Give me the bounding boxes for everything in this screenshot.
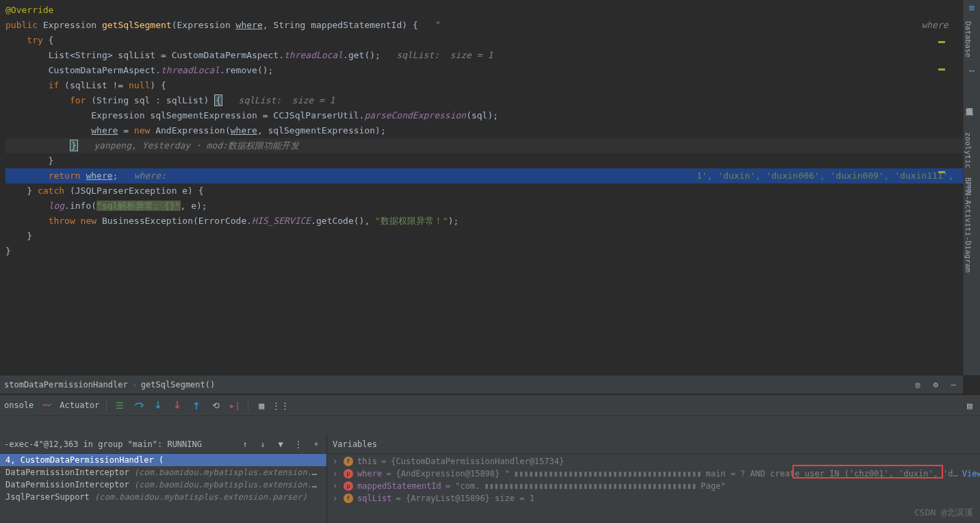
rail-database[interactable]: Database — [964, 15, 972, 63]
trace-icon[interactable]: ⋮⋮ — [274, 399, 287, 411]
layout-icon[interactable]: ▤ — [964, 399, 976, 411]
variables-pane: Variables ›fthis = {CustomDataPermission… — [327, 435, 980, 523]
gutter-warning-marker[interactable] — [938, 171, 945, 173]
rail-bpmn[interactable]: BPMN-Activiti-Diagram — [964, 174, 972, 277]
threads-icon[interactable]: ☰ — [114, 399, 126, 411]
variable-row[interactable]: ›fthis = {CustomDataPermissionHandler@15… — [327, 455, 980, 468]
minimize-icon[interactable]: — — [948, 379, 959, 390]
gear-icon[interactable]: ⚙ — [930, 379, 941, 390]
chevron-right-icon: › — [132, 380, 137, 390]
run-to-cursor-icon[interactable]: ▸| — [229, 399, 241, 411]
step-into-icon[interactable] — [152, 399, 164, 411]
variable-row[interactable]: ›pwhere = {AndExpression@15898} "▮▮▮▮▮▮▮… — [327, 468, 980, 480]
stack-frame[interactable]: JsqlParserSupport (com.baomidou.mybatisp… — [0, 491, 326, 503]
force-step-into-icon[interactable] — [171, 399, 183, 411]
debug-toolwindow-header: onsole 〰 Actuator ☰ ⟲ ▸| ▦ ⋮⋮ ▤ — [0, 394, 980, 435]
more-icon[interactable]: ⋮ — [292, 438, 305, 450]
link-icon[interactable]: ⟷ — [964, 63, 980, 78]
frames-list[interactable]: 4, CustomDataPermissionHandler ( DataPer… — [0, 454, 326, 523]
evaluate-icon[interactable]: ▦ — [255, 399, 268, 411]
variable-row[interactable]: ›fsqlList = {ArrayList@15896} size = 1 — [327, 492, 980, 505]
next-frame-icon[interactable]: ↓ — [257, 438, 269, 450]
step-over-icon[interactable] — [133, 399, 145, 411]
code-editor[interactable]: @Override public Expression getSqlSegmen… — [0, 0, 963, 375]
breadcrumb-bar: stomDataPermissionHandler › getSqlSegmen… — [0, 375, 963, 394]
stack-frame[interactable]: DataPermissionInterceptor (com.baomidou.… — [0, 479, 326, 491]
debug-panel: -exec-4"@12,363 in group "main": RUNNING… — [0, 435, 980, 523]
stack-frame[interactable]: 4, CustomDataPermissionHandler ( — [0, 454, 326, 466]
variables-tree[interactable]: ›fthis = {CustomDataPermissionHandler@15… — [327, 454, 980, 523]
actuator-icon[interactable]: 〰 — [40, 399, 53, 411]
git-blame-inline: yanpeng, Yesterday · mod:数据权限功能开发 — [94, 140, 299, 151]
stack-frame[interactable]: DataPermissionInterceptor (com.baomidou.… — [0, 466, 326, 479]
database-icon[interactable]: ≡ — [964, 0, 980, 15]
step-out-icon[interactable] — [190, 399, 203, 411]
execution-line: return where; where: 1', 'duxin', 'duxin… — [5, 168, 963, 183]
rail-observer[interactable]: 应用观测器 — [964, 78, 974, 126]
gutter-warning-marker[interactable] — [938, 41, 945, 43]
breadcrumb-method[interactable]: getSqlSegment() — [141, 380, 215, 390]
right-tool-rail: ≡ Database ⟷ 应用观测器 zoolytic BPMN-Activit… — [963, 0, 980, 375]
variable-row[interactable]: ›pmappedStatementId = "com.▮▮▮▮▮▮▮▮▮▮▮▮▮… — [327, 480, 980, 492]
thread-selector[interactable]: -exec-4"@12,363 in group "main": RUNNING — [4, 439, 202, 449]
watermark: CSDN @北溟溪 — [914, 507, 973, 519]
tab-actuator[interactable]: Actuator — [60, 400, 99, 410]
target-icon[interactable]: ◎ — [912, 379, 923, 390]
variables-title: Variables — [333, 439, 377, 449]
drop-frame-icon[interactable]: ⟲ — [209, 399, 222, 411]
inline-hint: " — [434, 20, 439, 30]
filter-icon[interactable]: ▼ — [274, 438, 287, 450]
frames-pane: -exec-4"@12,363 in group "main": RUNNING… — [0, 435, 327, 523]
view-link[interactable]: View — [962, 469, 980, 479]
rail-zoolytic[interactable]: zoolytic — [964, 126, 972, 174]
add-icon[interactable]: ＋ — [310, 438, 322, 450]
gutter-warning-marker[interactable] — [938, 68, 945, 71]
annotation: @Override — [5, 5, 53, 15]
prev-frame-icon[interactable]: ↑ — [239, 438, 251, 450]
breadcrumb-class[interactable]: stomDataPermissionHandler — [4, 380, 128, 390]
tab-console[interactable]: onsole — [4, 400, 34, 410]
